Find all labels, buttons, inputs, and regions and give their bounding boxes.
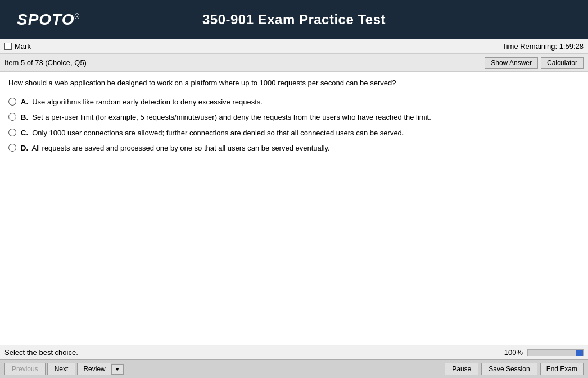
review-button-group: Review ▼ <box>77 363 123 375</box>
show-answer-button[interactable]: Show Answer <box>485 57 538 69</box>
previous-button[interactable]: Previous <box>4 363 46 375</box>
option-radio-c[interactable] <box>8 129 16 136</box>
mark-bar: Mark Time Remaining: 1:59:28 <box>0 39 588 54</box>
progress-bar-container <box>527 349 584 356</box>
pause-button[interactable]: Pause <box>445 363 478 375</box>
review-button[interactable]: Review <box>77 363 111 375</box>
header: SPOTO® 350-901 Exam Practice Test <box>0 0 588 39</box>
logo-text: SPOTO <box>17 11 75 28</box>
time-value: 1:59:28 <box>559 42 584 51</box>
mark-checkbox[interactable] <box>4 43 12 50</box>
option-item[interactable]: C. Only 1000 user connections are allowe… <box>8 127 580 139</box>
time-remaining: Time Remaining: 1:59:28 <box>502 42 584 51</box>
nav-left: Previous Next Review ▼ <box>4 363 124 375</box>
time-label: Time Remaining: <box>502 42 557 51</box>
option-radio-a[interactable] <box>8 98 16 106</box>
option-item[interactable]: A. Use algorithms like random early dete… <box>8 97 580 108</box>
review-dropdown-arrow[interactable]: ▼ <box>111 364 124 375</box>
end-exam-button[interactable]: End Exam <box>540 363 584 375</box>
option-text-d: D. All requests are saved and processed … <box>21 143 580 154</box>
logo-sup: ® <box>75 13 80 21</box>
option-radio-d[interactable] <box>8 144 16 152</box>
progress-label: 100% <box>504 348 523 357</box>
question-text: How should a web application be designed… <box>8 78 580 89</box>
option-radio-b[interactable] <box>8 113 16 121</box>
progress-area: 100% <box>504 348 584 357</box>
option-item[interactable]: D. All requests are saved and processed … <box>8 143 580 154</box>
question-header: Item 5 of 73 (Choice, Q5) Show Answer Ca… <box>0 54 588 72</box>
question-buttons: Show Answer Calculator <box>485 57 584 69</box>
option-text-a: A. Use algorithms like random early dete… <box>21 97 580 108</box>
status-bar: Select the best choice. 100% <box>0 345 588 359</box>
options-list: A. Use algorithms like random early dete… <box>8 97 580 154</box>
option-text-c: C. Only 1000 user connections are allowe… <box>21 127 580 139</box>
exam-title: 350-901 Exam Practice Test <box>202 12 386 28</box>
logo: SPOTO® <box>17 11 80 29</box>
status-instruction: Select the best choice. <box>4 348 78 357</box>
next-button[interactable]: Next <box>47 363 76 375</box>
mark-label-area[interactable]: Mark <box>4 42 31 51</box>
bottom-nav: Previous Next Review ▼ Pause Save Sessio… <box>0 359 588 378</box>
option-item[interactable]: B. Set a per-user limit (for example, 5 … <box>8 112 580 123</box>
progress-bar-fill <box>576 350 583 356</box>
save-session-button[interactable]: Save Session <box>481 363 537 375</box>
calculator-button[interactable]: Calculator <box>541 57 584 69</box>
mark-text: Mark <box>15 42 31 51</box>
content-area: How should a web application be designed… <box>0 72 588 345</box>
nav-right: Pause Save Session End Exam <box>445 363 584 375</box>
question-info: Item 5 of 73 (Choice, Q5) <box>4 58 87 67</box>
option-text-b: B. Set a per-user limit (for example, 5 … <box>21 112 580 123</box>
